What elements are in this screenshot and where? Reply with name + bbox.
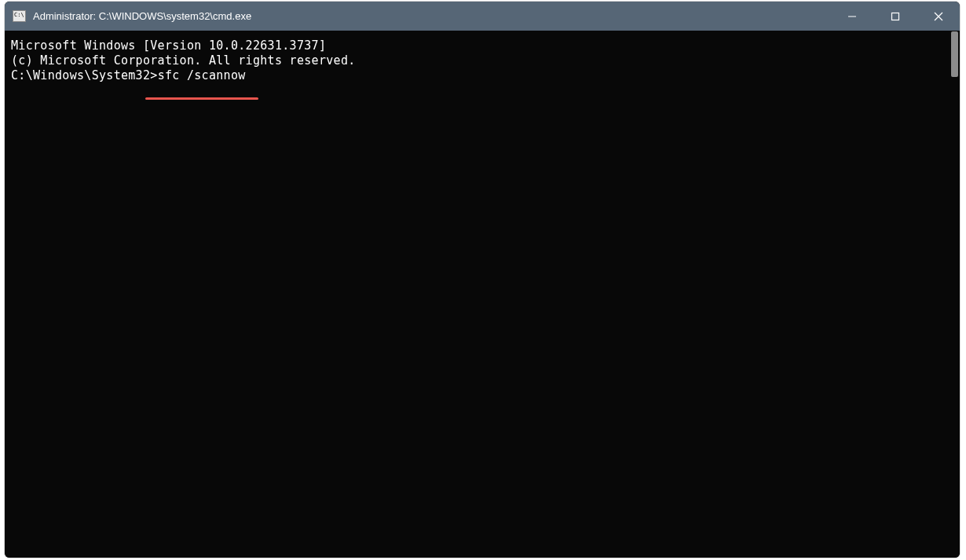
maximize-icon — [891, 12, 900, 21]
titlebar[interactable]: Administrator: C:\WINDOWS\system32\cmd.e… — [5, 2, 960, 31]
scrollbar-thumb[interactable] — [951, 31, 958, 77]
window-controls — [830, 2, 960, 31]
version-line: Microsoft Windows [Version 10.0.22631.37… — [11, 38, 953, 53]
terminal-body[interactable]: Microsoft Windows [Version 10.0.22631.37… — [5, 31, 960, 558]
minimize-icon — [847, 12, 857, 21]
minimize-button[interactable] — [830, 2, 873, 31]
close-icon — [934, 12, 943, 21]
prompt-line: C:\Windows\System32>sfc /scannow — [11, 68, 953, 83]
copyright-line: (c) Microsoft Corporation. All rights re… — [11, 53, 953, 68]
svg-rect-1 — [891, 13, 898, 20]
cmd-icon — [13, 10, 26, 22]
command-text: sfc /scannow — [158, 68, 246, 82]
window-title: Administrator: C:\WINDOWS\system32\cmd.e… — [33, 10, 830, 22]
maximize-button[interactable] — [873, 2, 917, 31]
cmd-window: Administrator: C:\WINDOWS\system32\cmd.e… — [5, 2, 960, 558]
scrollbar-track[interactable] — [947, 31, 958, 556]
prompt-prefix: C:\Windows\System32> — [11, 68, 158, 82]
annotation-underline — [145, 97, 258, 100]
close-button[interactable] — [917, 2, 960, 31]
